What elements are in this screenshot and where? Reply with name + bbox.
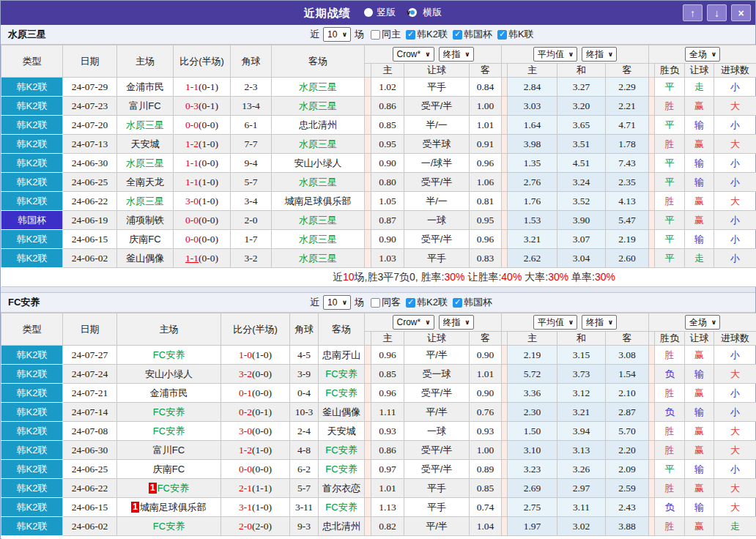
summary-segment: 近 bbox=[333, 271, 343, 283]
same-venue-checkbox[interactable] bbox=[371, 298, 380, 308]
cell-handicap-line: 平/半 bbox=[404, 346, 470, 365]
cell-handicap-home: 0.90 bbox=[371, 230, 404, 249]
cell-home-team: FC安养 bbox=[117, 346, 221, 365]
summary-segment: 场,胜3平7负0, 胜率: bbox=[355, 271, 445, 283]
separator-cell bbox=[649, 249, 655, 268]
halftime-score: (1-0) bbox=[252, 349, 272, 360]
separator-cell bbox=[502, 192, 508, 211]
cell-result-outcome: 负 bbox=[655, 365, 685, 384]
cell-away-team: FC安养 bbox=[319, 365, 365, 384]
halftime-score: (1-0) bbox=[199, 176, 218, 187]
cell-away-team: FC安养 bbox=[319, 460, 365, 479]
separator-cell bbox=[365, 78, 371, 97]
bookmaker-select[interactable]: Crow* bbox=[393, 315, 434, 330]
league-filter-checkbox[interactable] bbox=[453, 30, 462, 40]
halftime-score: (0-0) bbox=[199, 234, 218, 245]
cell-avg-home: 1.64 bbox=[508, 116, 557, 135]
cell-handicap-home: 1.03 bbox=[371, 249, 404, 268]
cell-handicap-away: 0.76 bbox=[470, 403, 502, 422]
cell-handicap-home: 0.96 bbox=[371, 346, 404, 365]
cell-handicap-line: 受平/半 bbox=[404, 384, 470, 403]
cell-corners: 3-9 bbox=[290, 365, 319, 384]
cell-result-handicap: 赢 bbox=[685, 384, 714, 403]
halftime-score: (1-0) bbox=[199, 138, 218, 149]
cell-corners: 2-0 bbox=[231, 211, 272, 230]
league-filter-label: 韩K2联 bbox=[417, 296, 448, 309]
away-team-name: FC安养 bbox=[325, 368, 357, 379]
recent-count-select[interactable]: 10 bbox=[323, 295, 351, 310]
separator-cell bbox=[649, 460, 655, 479]
average-select[interactable]: 平均值 bbox=[533, 315, 577, 330]
average-select[interactable]: 平均值 bbox=[533, 47, 577, 62]
separator-cell bbox=[365, 384, 371, 403]
cell-handicap-line: 平手 bbox=[404, 78, 470, 97]
summary-segment: 30% bbox=[445, 271, 465, 283]
cell-handicap-line: 平手 bbox=[404, 249, 470, 268]
fulltime-select-group: 全场 bbox=[649, 45, 756, 64]
fulltime-select[interactable]: 全场 bbox=[685, 315, 720, 330]
cell-handicap-line: 一球 bbox=[404, 211, 470, 230]
fulltime-score: 3-0 bbox=[185, 196, 199, 207]
cell-handicap-home: 0.86 bbox=[371, 97, 404, 116]
separator-cell bbox=[649, 78, 655, 97]
league-filter-checkbox[interactable] bbox=[497, 30, 507, 40]
cell-result-goals: 小 bbox=[714, 116, 756, 135]
results-table: 类型日期主场比分(半场)角球客场Crow*终指平均值终指全场主让球客主和客胜负让… bbox=[1, 313, 756, 539]
league-filter-checkbox[interactable] bbox=[453, 298, 462, 308]
column-header: 比分(半场) bbox=[221, 313, 290, 346]
cell-handicap-line: 受平/半 bbox=[404, 230, 470, 249]
cell-handicap-away: 0.89 bbox=[470, 460, 502, 479]
cell-avg-away: 7.43 bbox=[606, 154, 649, 173]
cell-avg-home: 2.76 bbox=[508, 173, 557, 192]
cell-away-team: FC安养 bbox=[319, 441, 365, 460]
move-up-button[interactable]: ↑ bbox=[683, 4, 703, 21]
cell-away-team: 水原三星 bbox=[272, 173, 365, 192]
cell-handicap-line: 平手 bbox=[404, 498, 470, 517]
cell-avg-draw: 3.02 bbox=[557, 517, 606, 536]
league-filter-checkbox[interactable] bbox=[406, 30, 415, 40]
cell-handicap-home: 0.90 bbox=[371, 154, 404, 173]
layout-radio-option[interactable]: 横版 bbox=[406, 6, 442, 19]
move-down-button[interactable]: ↓ bbox=[707, 4, 727, 21]
match-row: 韩K2联24-07-08FC安养3-0(0-0)2-4天安城0.93一球0.93… bbox=[1, 422, 756, 441]
odds-stage-select-1[interactable]: 终指 bbox=[439, 315, 474, 330]
league-filter-checkbox[interactable] bbox=[406, 298, 415, 308]
radio-icon[interactable] bbox=[364, 8, 373, 17]
cell-avg-away: 5.47 bbox=[606, 211, 649, 230]
halftime-score: (0-0) bbox=[199, 215, 218, 226]
cell-corners: 2-4 bbox=[290, 422, 319, 441]
cell-home-team: 浦项制铁 bbox=[117, 211, 174, 230]
recent-count-select[interactable]: 10 bbox=[323, 27, 351, 42]
column-header: 客场 bbox=[319, 313, 365, 346]
odds-stage-select-2[interactable]: 终指 bbox=[582, 315, 617, 330]
close-button[interactable]: × bbox=[731, 4, 751, 21]
same-venue-label: 同主 bbox=[382, 28, 401, 41]
layout-radio-option[interactable]: 竖版 bbox=[364, 6, 396, 19]
odds-stage-select-1[interactable]: 终指 bbox=[439, 47, 474, 62]
average-select-wrapper: 平均值 bbox=[533, 47, 577, 62]
cell-date: 24-07-08 bbox=[63, 422, 117, 441]
radio-icon[interactable] bbox=[408, 8, 417, 17]
cell-handicap-home: 0.82 bbox=[371, 517, 404, 536]
bookmaker-select-group: Crow*终指 bbox=[365, 313, 502, 332]
cell-corners: 3-4 bbox=[231, 192, 272, 211]
fulltime-score: 1-0 bbox=[239, 349, 252, 360]
summary-segment: 大率: bbox=[522, 271, 548, 283]
titlebar-buttons: ↑ ↓ × bbox=[683, 4, 751, 21]
column-header: 类型 bbox=[1, 313, 63, 346]
league-badge: 韩K2联 bbox=[1, 154, 63, 173]
fulltime-score: 3-0 bbox=[239, 425, 252, 436]
separator-cell bbox=[649, 498, 655, 517]
odds-stage-select-2[interactable]: 终指 bbox=[582, 47, 617, 62]
cell-away-team: 釜山偶像 bbox=[319, 403, 365, 422]
cell-result-handicap: 输 bbox=[685, 154, 714, 173]
cell-away-team: 水原三星 bbox=[272, 135, 365, 154]
cell-score: 3-0(0-0) bbox=[221, 422, 290, 441]
bookmaker-select[interactable]: Crow* bbox=[393, 47, 434, 62]
cell-avg-draw: 3.27 bbox=[557, 78, 606, 97]
same-venue-checkbox[interactable] bbox=[371, 30, 380, 40]
separator-cell bbox=[502, 211, 508, 230]
fulltime-select[interactable]: 全场 bbox=[685, 47, 720, 62]
cell-avg-home: 1.35 bbox=[508, 154, 557, 173]
away-team-name: 水原三星 bbox=[299, 138, 337, 149]
